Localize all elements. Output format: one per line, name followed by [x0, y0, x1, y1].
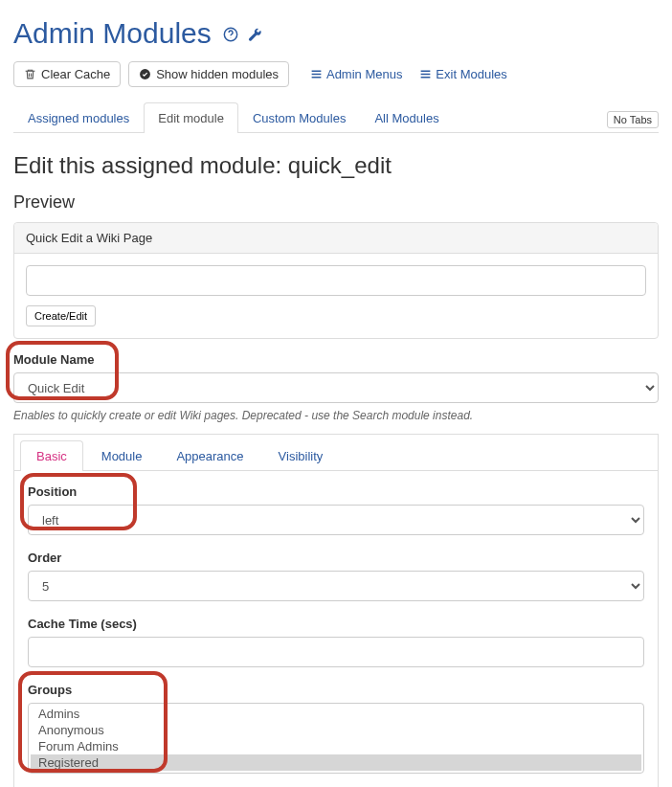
menu-icon	[419, 67, 432, 80]
cache-time-label: Cache Time (secs)	[28, 617, 644, 631]
toolbar: Clear Cache Show hidden modules Admin Me…	[13, 61, 659, 87]
tab-basic[interactable]: Basic	[20, 440, 83, 471]
clear-cache-button[interactable]: Clear Cache	[13, 61, 121, 87]
section-heading: Edit this assigned module: quick_edit	[13, 152, 659, 179]
groups-label: Groups	[28, 683, 644, 697]
position-label: Position	[28, 484, 644, 499]
check-circle-icon	[139, 67, 151, 81]
module-name-select[interactable]: Quick Edit	[13, 372, 659, 403]
main-tabs: Assigned modules Edit module Custom Modu…	[13, 102, 659, 133]
cache-time-input[interactable]	[28, 637, 644, 667]
preview-heading: Preview	[13, 192, 659, 213]
no-tabs-button[interactable]: No Tabs	[607, 111, 659, 128]
page-title: Admin Modules	[13, 17, 659, 50]
module-name-help: Enables to quickly create or edit Wiki p…	[13, 409, 659, 422]
admin-menus-link[interactable]: Admin Menus	[310, 67, 402, 81]
create-edit-button[interactable]: Create/Edit	[26, 305, 96, 326]
module-settings-panel: Basic Module Appearance Visibility Posit…	[13, 434, 659, 787]
wrench-icon[interactable]	[247, 27, 262, 43]
show-hidden-label: Show hidden modules	[156, 67, 279, 81]
position-select[interactable]: left	[28, 505, 644, 535]
group-option-registered[interactable]: Registered	[31, 754, 641, 771]
tab-appearance[interactable]: Appearance	[160, 440, 259, 471]
group-option-anonymous[interactable]: Anonymous	[31, 722, 641, 738]
order-label: Order	[28, 551, 644, 565]
show-hidden-button[interactable]: Show hidden modules	[128, 61, 289, 87]
tab-module[interactable]: Module	[85, 440, 159, 471]
exit-modules-link[interactable]: Exit Modules	[419, 67, 506, 81]
admin-menus-label: Admin Menus	[326, 67, 402, 81]
exit-modules-label: Exit Modules	[436, 67, 506, 81]
groups-select[interactable]: Admins Anonymous Forum Admins Registered	[28, 703, 644, 774]
preview-panel: Quick Edit a Wiki Page Create/Edit	[13, 222, 659, 339]
inner-tabs: Basic Module Appearance Visibility	[14, 435, 658, 471]
module-name-label: Module Name	[13, 352, 659, 367]
clear-cache-label: Clear Cache	[41, 67, 110, 81]
quick-edit-input[interactable]	[26, 265, 646, 296]
page-title-text: Admin Modules	[13, 17, 212, 49]
menu-icon	[310, 67, 323, 80]
preview-panel-title: Quick Edit a Wiki Page	[14, 223, 658, 254]
svg-point-1	[231, 37, 232, 38]
help-icon[interactable]	[223, 27, 242, 43]
tab-edit-module[interactable]: Edit module	[144, 102, 238, 133]
group-option-admins[interactable]: Admins	[31, 706, 641, 722]
trash-icon	[24, 67, 36, 81]
tab-visibility[interactable]: Visibility	[262, 440, 340, 471]
tab-all-modules[interactable]: All Modules	[360, 102, 453, 133]
tab-custom-modules[interactable]: Custom Modules	[238, 102, 361, 133]
group-option-forum-admins[interactable]: Forum Admins	[31, 738, 641, 754]
order-select[interactable]: 5	[28, 571, 644, 601]
tab-assigned-modules[interactable]: Assigned modules	[13, 102, 144, 133]
